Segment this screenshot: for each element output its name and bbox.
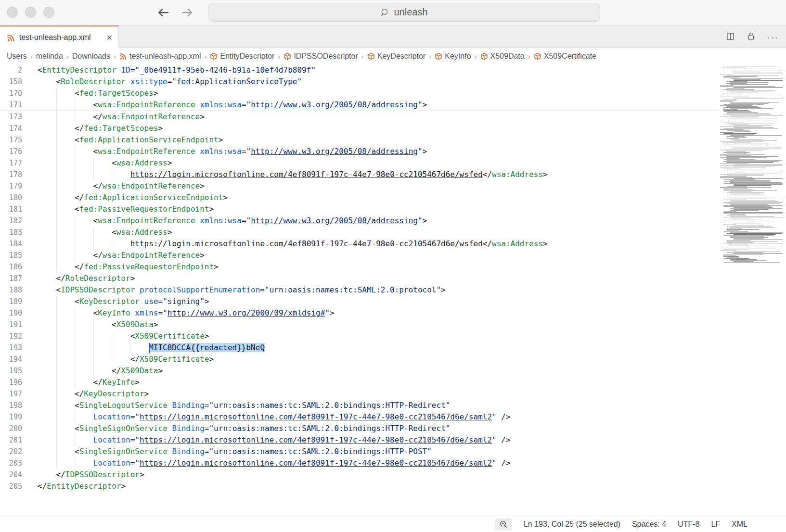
status-cursor-position[interactable]: Ln 193, Col 25 (25 selected) [524, 520, 620, 529]
line-content[interactable]: </KeyInfo> [38, 377, 718, 388]
line-content[interactable]: <fed:ApplicationServiceEndpoint> [38, 134, 718, 146]
code-line[interactable]: 171<wsa:EndpointReference xmlns:wsa="htt… [0, 99, 718, 111]
code-line[interactable]: 195</X509Data> [0, 365, 718, 377]
line-content[interactable]: https://login.microsoftonline.com/4ef809… [38, 238, 718, 250]
line-number[interactable]: 204 [0, 470, 22, 479]
line-number[interactable]: 201 [0, 436, 22, 444]
breadcrumb-item-downloads[interactable]: Downloads [72, 52, 110, 61]
line-content[interactable]: </X509Certificate> [38, 354, 718, 365]
line-content[interactable]: Location="https://login.microsoftonline.… [38, 434, 718, 446]
sticky-scroll[interactable]: 2<EntityDescriptor ID="_0be4911f-95eb-42… [0, 64, 718, 111]
line-content[interactable]: <SingleLogoutService Binding="urn:oasis:… [38, 400, 718, 411]
lock-button[interactable] [747, 32, 756, 43]
search-bar[interactable]: unleash [208, 3, 600, 22]
line-content[interactable]: <wsa:EndpointReference xmlns:wsa="http:/… [38, 146, 718, 157]
breadcrumb-item-x509certificate[interactable]: X509Certificate [534, 52, 596, 61]
line-content[interactable]: <RoleDescriptor xsi:type="fed:Applicatio… [38, 76, 718, 88]
code-line[interactable]: 186</fed:PassiveRequestorEndpoint> [0, 261, 718, 273]
line-content[interactable]: Location="https://login.microsoftonline.… [38, 411, 718, 423]
breadcrumb-item-x509data[interactable]: X509Data [480, 52, 525, 61]
code-line[interactable]: 174</fed:TargetScopes> [0, 123, 718, 134]
breadcrumb-item-users[interactable]: Users [7, 52, 27, 61]
line-number[interactable]: 179 [0, 182, 22, 190]
code-line[interactable]: 194</X509Certificate> [0, 354, 718, 365]
breadcrumb-item-keyinfo[interactable]: KeyInfo [435, 52, 471, 61]
line-content[interactable]: <wsa:Address> [38, 157, 718, 169]
line-content[interactable]: MIIC8DCCA{{redacted}}bNeQ [38, 342, 718, 354]
tab-close-icon[interactable]: ✕ [106, 33, 113, 42]
line-content[interactable]: </X509Data> [38, 365, 718, 377]
line-number[interactable]: 185 [0, 251, 22, 260]
line-content[interactable]: <EntityDescriptor ID="_0be4911f-95eb-424… [38, 64, 718, 76]
code-line[interactable]: 203Location="https://login.microsoftonli… [0, 457, 718, 469]
line-number[interactable]: 171 [0, 101, 22, 109]
code-line[interactable]: 182<wsa:EndpointReference xmlns:wsa="htt… [0, 215, 718, 227]
code-line[interactable]: 178https://login.microsoftonline.com/4ef… [0, 169, 718, 180]
status-indentation[interactable]: Spaces: 4 [632, 520, 666, 529]
code-line[interactable]: 204</IDPSSODescriptor> [0, 469, 718, 481]
line-content[interactable]: </IDPSSODescriptor> [38, 469, 718, 481]
search-input[interactable]: unleash [394, 7, 427, 18]
breadcrumb-item-entitydescriptor[interactable]: EntityDescriptor [210, 52, 274, 61]
line-number[interactable]: 203 [0, 459, 22, 468]
line-content[interactable]: <X509Certificate> [38, 330, 718, 342]
code-line[interactable]: 176<wsa:EndpointReference xmlns:wsa="htt… [0, 146, 718, 157]
code-line[interactable]: 200<SingleSignOnService Binding="urn:oas… [0, 423, 718, 434]
code-line[interactable]: 199Location="https://login.microsoftonli… [0, 411, 718, 423]
line-content[interactable]: </KeyDescriptor> [38, 388, 718, 400]
line-number[interactable]: 178 [0, 170, 22, 179]
line-content[interactable]: <KeyInfo xmlns="http://www.w3.org/2000/0… [38, 307, 718, 319]
line-number[interactable]: 205 [0, 482, 22, 491]
line-content[interactable]: <wsa:EndpointReference xmlns:wsa="http:/… [38, 215, 718, 227]
breadcrumb-item-idpssodescriptor[interactable]: IDPSSODescriptor [283, 52, 358, 61]
line-content[interactable]: </fed:PassiveRequestorEndpoint> [38, 261, 718, 273]
line-content[interactable]: <wsa:Address> [38, 227, 718, 238]
status-encoding[interactable]: UTF-8 [678, 520, 699, 529]
line-number[interactable]: 202 [0, 447, 22, 456]
line-number[interactable]: 184 [0, 240, 22, 248]
status-eol[interactable]: LF [711, 520, 720, 529]
line-number[interactable]: 180 [0, 193, 22, 202]
line-number[interactable]: 2 [0, 66, 22, 75]
line-content[interactable]: https://login.microsoftonline.com/4ef809… [38, 169, 718, 180]
code-line[interactable]: 192<X509Certificate> [0, 330, 718, 342]
line-content[interactable]: </fed:TargetScopes> [38, 123, 718, 134]
breadcrumb-item-test-unleash-app-xml[interactable]: test-unleash-app.xml [119, 52, 201, 61]
back-button[interactable] [156, 5, 170, 20]
line-content[interactable]: <fed:TargetScopes> [38, 88, 718, 99]
line-number[interactable]: 199 [0, 413, 22, 421]
code-line[interactable]: 183<wsa:Address> [0, 227, 718, 238]
line-number[interactable]: 193 [0, 343, 22, 352]
line-number[interactable]: 191 [0, 320, 22, 329]
code-area[interactable]: 2<EntityDescriptor ID="_0be4911f-95eb-42… [0, 64, 718, 492]
more-actions-button[interactable]: ··· [767, 32, 778, 42]
line-number[interactable]: 198 [0, 401, 22, 410]
zoom-window-button[interactable] [43, 7, 54, 18]
code-line[interactable]: 158<RoleDescriptor xsi:type="fed:Applica… [0, 76, 718, 88]
code-line[interactable]: 190<KeyInfo xmlns="http://www.w3.org/200… [0, 307, 718, 319]
close-window-button[interactable] [7, 7, 18, 18]
line-number[interactable]: 195 [0, 367, 22, 375]
line-number[interactable]: 190 [0, 309, 22, 317]
line-number[interactable]: 200 [0, 424, 22, 433]
line-number[interactable]: 182 [0, 216, 22, 225]
line-content[interactable]: <SingleSignOnService Binding="urn:oasis:… [38, 446, 718, 457]
split-editor-button[interactable] [726, 32, 735, 43]
line-number[interactable]: 183 [0, 228, 22, 237]
line-content[interactable]: <IDPSSODescriptor protocolSupportEnumera… [38, 284, 718, 296]
line-content[interactable]: <fed:PassiveRequestorEndpoint> [38, 203, 718, 215]
line-content[interactable]: </RoleDescriptor> [38, 273, 718, 284]
line-number[interactable]: 173 [0, 113, 22, 121]
code-line[interactable]: 191<X509Data> [0, 319, 718, 330]
code-line[interactable]: 170<fed:TargetScopes> [0, 88, 718, 99]
line-content[interactable]: <wsa:EndpointReference xmlns:wsa="http:/… [38, 99, 718, 111]
code-line[interactable]: 180</fed:ApplicationServiceEndpoint> [0, 192, 718, 203]
code-line[interactable]: 173</wsa:EndpointReference> [0, 111, 718, 123]
code-line[interactable]: 177<wsa:Address> [0, 157, 718, 169]
code-line[interactable]: 189<KeyDescriptor use="signing"> [0, 296, 718, 307]
line-number[interactable]: 158 [0, 77, 22, 86]
line-number[interactable]: 194 [0, 355, 22, 364]
line-content[interactable]: Location="https://login.microsoftonline.… [38, 457, 718, 469]
code-line[interactable]: 181<fed:PassiveRequestorEndpoint> [0, 203, 718, 215]
code-line[interactable]: 197</KeyDescriptor> [0, 388, 718, 400]
